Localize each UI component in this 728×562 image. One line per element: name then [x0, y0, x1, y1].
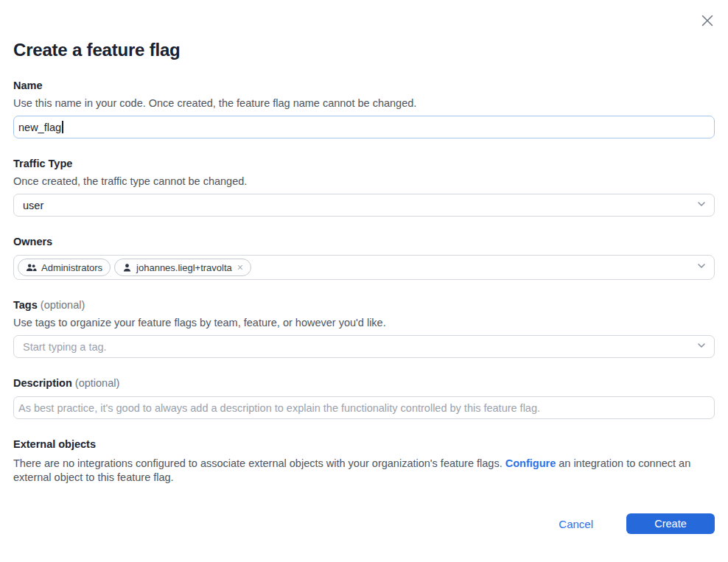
external-objects-label: External objects	[13, 439, 715, 450]
modal-title: Create a feature flag	[13, 0, 715, 60]
description-section: Description (optional)	[13, 378, 715, 419]
owner-chip-label: Administrators	[41, 262, 102, 273]
group-icon	[26, 263, 37, 272]
modal-footer: Cancel Create	[13, 513, 715, 534]
tags-placeholder: Start typing a tag.	[23, 341, 107, 353]
owners-chip-list: Administrators johannes.liegl+travolta ×	[18, 259, 251, 276]
tags-section: Tags (optional) Use tags to organize you…	[13, 300, 715, 358]
name-help-text: Use this name in your code. Once created…	[13, 98, 715, 109]
tags-help-text: Use tags to organize your feature flags …	[13, 317, 715, 329]
owner-chip-user[interactable]: johannes.liegl+travolta ×	[114, 259, 251, 276]
traffic-type-section: Traffic Type Once created, the traffic t…	[13, 158, 715, 217]
person-icon	[122, 263, 132, 273]
traffic-type-select[interactable]: user	[13, 194, 715, 217]
external-objects-text: There are no integrations configured to …	[13, 457, 715, 484]
owner-chip-label: johannes.liegl+travolta	[136, 262, 232, 273]
chevron-down-icon	[696, 199, 707, 211]
traffic-type-help-text: Once created, the traffic type cannot be…	[13, 176, 715, 187]
owner-chip-administrators[interactable]: Administrators	[18, 259, 111, 276]
tags-optional-label: (optional)	[41, 299, 85, 311]
tags-label: Tags (optional)	[13, 300, 715, 311]
name-label: Name	[13, 80, 715, 91]
name-section: Name Use this name in your code. Once cr…	[13, 80, 715, 138]
cancel-button[interactable]: Cancel	[559, 518, 593, 530]
create-feature-flag-modal: Create a feature flag Name Use this name…	[0, 0, 728, 562]
name-input[interactable]: new_flag	[13, 116, 715, 138]
description-label: Description (optional)	[13, 378, 715, 389]
owners-section: Owners Administrators	[13, 236, 715, 280]
owners-label: Owners	[13, 236, 715, 247]
external-objects-section: External objects There are no integratio…	[13, 439, 715, 484]
close-icon	[699, 13, 715, 31]
traffic-type-label: Traffic Type	[13, 158, 715, 169]
chevron-down-icon	[696, 340, 707, 353]
owners-input[interactable]: Administrators johannes.liegl+travolta ×	[13, 255, 715, 280]
description-input[interactable]	[13, 396, 715, 419]
traffic-type-value: user	[23, 200, 43, 211]
chevron-down-icon	[696, 261, 707, 274]
text-caret	[62, 121, 63, 133]
tags-select[interactable]: Start typing a tag.	[13, 335, 715, 358]
remove-icon[interactable]: ×	[237, 262, 243, 273]
name-input-value: new_flag	[18, 122, 61, 133]
close-button[interactable]	[696, 10, 718, 32]
create-button[interactable]: Create	[626, 513, 715, 534]
configure-link[interactable]: Configure	[505, 457, 556, 469]
description-optional-label: (optional)	[75, 377, 119, 389]
